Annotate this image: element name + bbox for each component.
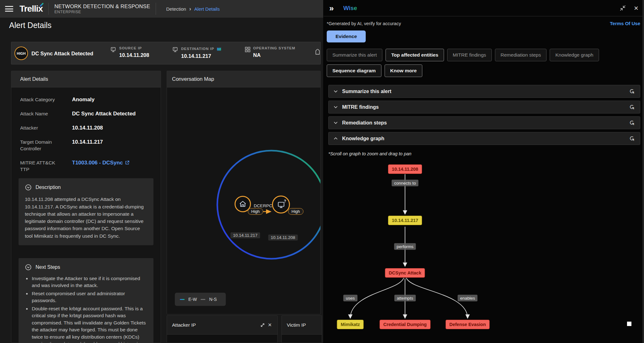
graph-edge-performs: performs (394, 243, 416, 250)
divider (48, 3, 49, 15)
refresh-icon[interactable]: ↻ (629, 136, 636, 141)
close-icon[interactable]: × (634, 4, 638, 12)
chip-remediation-steps[interactable]: Remediation steps (495, 49, 547, 61)
conversation-map-canvas[interactable]: High DCERPC ? High 10.14.11.217 10.14.11… (167, 87, 320, 314)
app-root: Trellix NETWORK DETECTION & RESPONSE ENT… (0, 0, 644, 343)
breadcrumb-detection[interactable]: Detection (166, 6, 186, 12)
circle-chevron-down-icon (25, 184, 32, 191)
next-step-item: Double-reset the krbtgt account password… (31, 305, 147, 343)
operating-system-label: OPERATING SYSTEM (253, 46, 295, 50)
os-grid-icon (245, 47, 251, 58)
source-ip-value: 10.14.11.208 (119, 52, 149, 58)
east-west-legend-label: E-W (188, 297, 197, 302)
graph-node-mimikatz[interactable]: Mimikatz (337, 320, 364, 329)
tag-icon (314, 49, 321, 56)
destination-ip-group: DESTINATION IP 10.14.11.217 (172, 46, 222, 59)
attacker-severity-pill: High (288, 208, 303, 215)
chip-summarize-this-alert[interactable]: Summarize this alert (327, 49, 382, 61)
graph-resize-handle[interactable] (627, 322, 631, 326)
field-target-domain-controller: Target Domain Controller 10.14.11.217 (20, 139, 154, 152)
chip-sequence-diagram[interactable]: Sequence diagram (327, 64, 381, 77)
attacker-ip-table-area (167, 335, 277, 343)
description-card-header[interactable]: Description (25, 184, 147, 191)
hamburger-menu-icon[interactable] (5, 6, 13, 12)
crown-icon (216, 46, 222, 51)
field-label: MITRE ATT&CK TTP (20, 160, 63, 173)
graph-node-attacker-ip[interactable]: 10.14.11.208 (388, 164, 422, 174)
next-steps-card-header[interactable]: Next Steps (25, 264, 147, 271)
double-chevron-right-icon[interactable]: » (329, 4, 334, 12)
conversation-map-panel: Conversation Map High DCERPC (167, 71, 321, 314)
field-attacker: Attacker 10.14.11.208 (20, 125, 154, 131)
terms-of-use-link[interactable]: Terms Of Use (610, 21, 640, 26)
breadcrumb-alert-details[interactable]: Alert Details (194, 6, 220, 12)
chip-know-more[interactable]: Know more (385, 64, 422, 77)
operating-system-value: NA (253, 52, 295, 58)
evidence-button[interactable]: Evidence (327, 30, 366, 42)
accordion-summarize-this-alert[interactable]: Summarize this alert ↻ (328, 85, 640, 98)
description-card: Description 10.14.11.208 attempted a DCS… (19, 178, 153, 245)
graph-edge-attempts: attempts (394, 295, 416, 302)
mitre-ttp-link[interactable]: T1003.006 - DCSync (72, 160, 130, 166)
field-value: 10.14.11.217 (72, 139, 103, 152)
trellix-logo[interactable]: Trellix (19, 4, 43, 14)
wise-accordions: Summarize this alert ↻ MITRE findings ↻ … (328, 85, 640, 145)
graph-node-credential-dumping[interactable]: Credential Dumping (380, 320, 430, 329)
collapse-icon[interactable] (620, 5, 626, 11)
chip-mitre-findings[interactable]: MITRE findings (447, 49, 492, 61)
field-label: Attacker (20, 125, 63, 131)
close-icon[interactable]: × (267, 320, 273, 330)
victim-ip-label[interactable]: 10.14.11.217 (230, 232, 260, 238)
victim-ip-title: Victim IP (287, 322, 306, 328)
accordion-title: MITRE findings (342, 104, 379, 110)
graph-node-victim-ip[interactable]: 10.14.11.217 (388, 216, 422, 225)
field-label: Attack Category (20, 97, 63, 103)
next-steps-list: Investigate the Attacker to see if it is… (31, 275, 147, 343)
chip-top-affected-entities[interactable]: Top affected entities (386, 49, 444, 61)
north-south-legend-dash (201, 299, 205, 300)
accordion-remediation-steps[interactable]: Remediation steps ↻ (328, 116, 640, 129)
chevron-down-icon (334, 121, 338, 124)
refresh-icon[interactable]: ↻ (629, 89, 636, 94)
victim-ip-panel: Victim IP (281, 315, 322, 343)
scrollbar-track[interactable] (642, 0, 644, 343)
accordion-title: Knowledge graph (342, 136, 384, 141)
external-link-icon (125, 160, 130, 165)
page-title: Alert Details (9, 21, 52, 30)
attacker-ip-label[interactable]: 10.14.11.208 (268, 235, 298, 241)
expand-icon[interactable] (258, 321, 267, 329)
destination-ip-value: 10.14.11.217 (181, 53, 222, 59)
wise-header: » Wise × (324, 0, 644, 16)
alert-title: DC Sync Attack Detected (31, 51, 93, 57)
attacker-host-node[interactable]: ? (272, 196, 290, 213)
next-steps-title: Next Steps (36, 264, 60, 270)
product-edition: ENTERPRISE (54, 10, 150, 15)
accordion-title: Summarize this alert (342, 89, 391, 94)
mitre-ttp-link-text: T1003.006 - DCSync (72, 160, 123, 166)
host-icon (172, 47, 179, 59)
chevron-down-icon (334, 90, 338, 93)
product-name-block: NETWORK DETECTION & RESPONSE ENTERPRISE (54, 3, 150, 14)
graph-node-dcsync-attack[interactable]: DCSync Attack (385, 268, 425, 278)
next-step-item: Investigate the Attacker to see if it is… (31, 275, 147, 289)
refresh-icon[interactable]: ↻ (629, 104, 636, 110)
knowledge-graph-canvas[interactable]: *Scroll on graph to zoom and drag to pan… (324, 148, 644, 343)
chip-knowledge-graph[interactable]: Knowledge graph (550, 49, 599, 61)
knowledge-graph-edges (324, 148, 644, 343)
alert-details-body: Attack Category Anomaly Attack Name DC S… (11, 87, 161, 343)
accordion-knowledge-graph[interactable]: Knowledge graph ↻ (328, 132, 640, 145)
graph-edge-enables: enables (458, 295, 477, 302)
protocol-label: DCERPC (254, 203, 272, 208)
ai-disclaimer: *Generated by AI, verify for accuracy (327, 21, 401, 26)
alert-details-panel: Alert Details Attack Category Anomaly At… (11, 71, 161, 343)
top-bar: Trellix NETWORK DETECTION & RESPONSE ENT… (0, 0, 323, 18)
operating-system-group: OPERATING SYSTEM NA (245, 46, 295, 58)
breadcrumb: Detection › Alert Details (166, 6, 219, 12)
accordion-mitre-findings[interactable]: MITRE findings ↻ (328, 101, 640, 113)
chevron-right-icon: › (189, 6, 191, 12)
refresh-icon[interactable]: ↻ (629, 120, 636, 126)
field-value: DC Sync Attack Detected (72, 111, 136, 117)
graph-node-defense-evasion[interactable]: Defense Evasion (446, 320, 490, 329)
source-ip-group: SOURCE IP 10.14.11.208 (110, 46, 149, 58)
field-label: Attack Name (20, 111, 63, 117)
